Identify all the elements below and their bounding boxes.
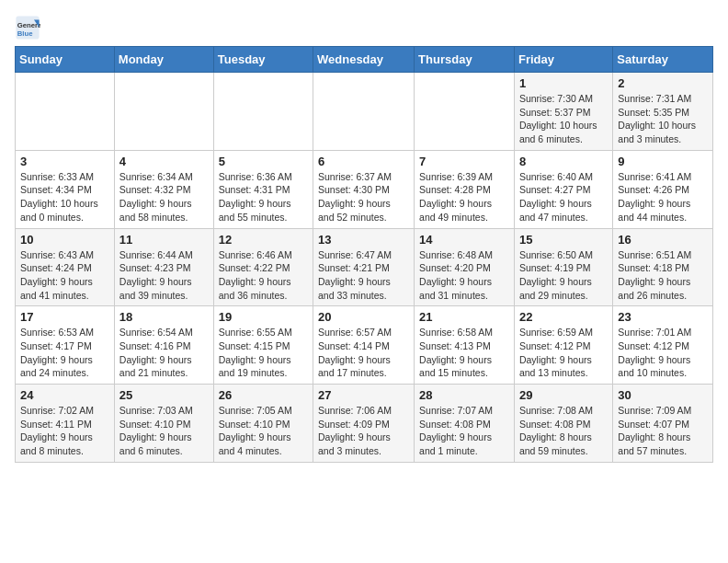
calendar-cell: 28Sunrise: 7:07 AM Sunset: 4:08 PM Dayli… xyxy=(415,385,515,463)
calendar-week-row: 17Sunrise: 6:53 AM Sunset: 4:17 PM Dayli… xyxy=(16,306,713,385)
day-info: Sunrise: 6:53 AM Sunset: 4:17 PM Dayligh… xyxy=(20,326,109,380)
day-number: 22 xyxy=(519,310,608,324)
day-info: Sunrise: 6:41 AM Sunset: 4:26 PM Dayligh… xyxy=(618,170,708,224)
calendar-cell: 15Sunrise: 6:50 AM Sunset: 4:19 PM Dayli… xyxy=(514,228,612,306)
day-info: Sunrise: 7:03 AM Sunset: 4:10 PM Dayligh… xyxy=(119,404,209,458)
calendar-cell: 7Sunrise: 6:39 AM Sunset: 4:28 PM Daylig… xyxy=(415,150,515,228)
day-info: Sunrise: 7:05 AM Sunset: 4:10 PM Dayligh… xyxy=(219,404,308,458)
calendar-week-row: 1Sunrise: 7:30 AM Sunset: 5:37 PM Daylig… xyxy=(16,73,713,151)
day-number: 11 xyxy=(119,233,209,247)
day-info: Sunrise: 6:39 AM Sunset: 4:28 PM Dayligh… xyxy=(419,170,509,224)
day-info: Sunrise: 7:06 AM Sunset: 4:09 PM Dayligh… xyxy=(318,404,409,458)
calendar-cell: 11Sunrise: 6:44 AM Sunset: 4:23 PM Dayli… xyxy=(114,228,213,306)
calendar-cell: 20Sunrise: 6:57 AM Sunset: 4:14 PM Dayli… xyxy=(313,306,415,385)
calendar-cell xyxy=(313,73,415,151)
day-info: Sunrise: 7:01 AM Sunset: 4:12 PM Dayligh… xyxy=(618,326,708,380)
calendar-cell: 4Sunrise: 6:34 AM Sunset: 4:32 PM Daylig… xyxy=(114,150,213,228)
day-number: 16 xyxy=(618,233,708,247)
day-info: Sunrise: 6:43 AM Sunset: 4:24 PM Dayligh… xyxy=(20,248,109,303)
day-info: Sunrise: 6:40 AM Sunset: 4:27 PM Dayligh… xyxy=(519,170,608,224)
day-number: 28 xyxy=(419,388,509,402)
day-number: 20 xyxy=(318,310,409,324)
logo: General Blue xyxy=(15,15,44,40)
logo-icon: General Blue xyxy=(15,15,40,40)
day-info: Sunrise: 7:02 AM Sunset: 4:11 PM Dayligh… xyxy=(20,404,109,458)
calendar-header-row: SundayMondayTuesdayWednesdayThursdayFrid… xyxy=(16,47,713,73)
day-info: Sunrise: 6:34 AM Sunset: 4:32 PM Dayligh… xyxy=(119,170,209,224)
day-info: Sunrise: 6:55 AM Sunset: 4:15 PM Dayligh… xyxy=(219,326,308,380)
calendar-cell: 17Sunrise: 6:53 AM Sunset: 4:17 PM Dayli… xyxy=(16,306,115,385)
day-info: Sunrise: 6:57 AM Sunset: 4:14 PM Dayligh… xyxy=(318,326,409,380)
calendar-cell: 1Sunrise: 7:30 AM Sunset: 5:37 PM Daylig… xyxy=(514,73,612,151)
day-number: 30 xyxy=(618,388,708,402)
weekday-header: Sunday xyxy=(16,47,115,73)
day-number: 3 xyxy=(20,155,109,168)
calendar-week-row: 10Sunrise: 6:43 AM Sunset: 4:24 PM Dayli… xyxy=(16,228,713,306)
weekday-header: Saturday xyxy=(613,47,713,73)
calendar-cell: 16Sunrise: 6:51 AM Sunset: 4:18 PM Dayli… xyxy=(613,228,713,306)
calendar-week-row: 24Sunrise: 7:02 AM Sunset: 4:11 PM Dayli… xyxy=(16,385,713,463)
day-info: Sunrise: 6:50 AM Sunset: 4:19 PM Dayligh… xyxy=(519,248,608,303)
calendar-cell xyxy=(114,73,213,151)
calendar-cell: 2Sunrise: 7:31 AM Sunset: 5:35 PM Daylig… xyxy=(613,73,713,151)
day-number: 12 xyxy=(219,233,308,247)
calendar-cell: 30Sunrise: 7:09 AM Sunset: 4:07 PM Dayli… xyxy=(613,385,713,463)
calendar-cell: 22Sunrise: 6:59 AM Sunset: 4:12 PM Dayli… xyxy=(514,306,612,385)
weekday-header: Tuesday xyxy=(213,47,313,73)
day-info: Sunrise: 7:07 AM Sunset: 4:08 PM Dayligh… xyxy=(419,404,509,458)
day-info: Sunrise: 6:37 AM Sunset: 4:30 PM Dayligh… xyxy=(318,170,409,224)
calendar-cell: 5Sunrise: 6:36 AM Sunset: 4:31 PM Daylig… xyxy=(213,150,313,228)
calendar-cell: 8Sunrise: 6:40 AM Sunset: 4:27 PM Daylig… xyxy=(514,150,612,228)
day-info: Sunrise: 6:33 AM Sunset: 4:34 PM Dayligh… xyxy=(20,170,109,224)
day-number: 13 xyxy=(318,233,409,247)
day-number: 27 xyxy=(318,388,409,402)
day-info: Sunrise: 7:08 AM Sunset: 4:08 PM Dayligh… xyxy=(519,404,608,458)
calendar-cell: 9Sunrise: 6:41 AM Sunset: 4:26 PM Daylig… xyxy=(613,150,713,228)
day-number: 9 xyxy=(618,155,708,168)
day-info: Sunrise: 7:31 AM Sunset: 5:35 PM Dayligh… xyxy=(618,92,708,146)
calendar-cell xyxy=(16,73,115,151)
day-number: 14 xyxy=(419,233,509,247)
day-number: 17 xyxy=(20,310,109,324)
weekday-header: Monday xyxy=(114,47,213,73)
day-number: 5 xyxy=(219,155,308,168)
calendar-cell: 19Sunrise: 6:55 AM Sunset: 4:15 PM Dayli… xyxy=(213,306,313,385)
day-number: 4 xyxy=(119,155,209,168)
day-number: 10 xyxy=(20,233,109,247)
weekday-header: Thursday xyxy=(415,47,515,73)
day-number: 21 xyxy=(419,310,509,324)
day-number: 8 xyxy=(519,155,608,168)
calendar-cell: 14Sunrise: 6:48 AM Sunset: 4:20 PM Dayli… xyxy=(415,228,515,306)
day-info: Sunrise: 6:59 AM Sunset: 4:12 PM Dayligh… xyxy=(519,326,608,380)
calendar-cell: 23Sunrise: 7:01 AM Sunset: 4:12 PM Dayli… xyxy=(613,306,713,385)
day-number: 26 xyxy=(219,388,308,402)
day-info: Sunrise: 7:30 AM Sunset: 5:37 PM Dayligh… xyxy=(519,92,608,146)
calendar: SundayMondayTuesdayWednesdayThursdayFrid… xyxy=(15,46,713,463)
calendar-cell: 13Sunrise: 6:47 AM Sunset: 4:21 PM Dayli… xyxy=(313,228,415,306)
day-info: Sunrise: 6:54 AM Sunset: 4:16 PM Dayligh… xyxy=(119,326,209,380)
calendar-cell: 18Sunrise: 6:54 AM Sunset: 4:16 PM Dayli… xyxy=(114,306,213,385)
calendar-week-row: 3Sunrise: 6:33 AM Sunset: 4:34 PM Daylig… xyxy=(16,150,713,228)
day-number: 25 xyxy=(119,388,209,402)
calendar-cell xyxy=(213,73,313,151)
day-info: Sunrise: 6:51 AM Sunset: 4:18 PM Dayligh… xyxy=(618,248,708,303)
day-info: Sunrise: 6:47 AM Sunset: 4:21 PM Dayligh… xyxy=(318,248,409,303)
day-info: Sunrise: 6:58 AM Sunset: 4:13 PM Dayligh… xyxy=(419,326,509,380)
calendar-cell: 27Sunrise: 7:06 AM Sunset: 4:09 PM Dayli… xyxy=(313,385,415,463)
calendar-cell xyxy=(415,73,515,151)
day-number: 7 xyxy=(419,155,509,168)
calendar-cell: 6Sunrise: 6:37 AM Sunset: 4:30 PM Daylig… xyxy=(313,150,415,228)
day-number: 24 xyxy=(20,388,109,402)
calendar-cell: 21Sunrise: 6:58 AM Sunset: 4:13 PM Dayli… xyxy=(415,306,515,385)
day-number: 29 xyxy=(519,388,608,402)
day-number: 18 xyxy=(119,310,209,324)
day-number: 6 xyxy=(318,155,409,168)
weekday-header: Friday xyxy=(514,47,612,73)
svg-text:Blue: Blue xyxy=(17,29,33,38)
calendar-cell: 29Sunrise: 7:08 AM Sunset: 4:08 PM Dayli… xyxy=(514,385,612,463)
day-info: Sunrise: 6:44 AM Sunset: 4:23 PM Dayligh… xyxy=(119,248,209,303)
calendar-cell: 12Sunrise: 6:46 AM Sunset: 4:22 PM Dayli… xyxy=(213,228,313,306)
day-info: Sunrise: 6:48 AM Sunset: 4:20 PM Dayligh… xyxy=(419,248,509,303)
calendar-cell: 10Sunrise: 6:43 AM Sunset: 4:24 PM Dayli… xyxy=(16,228,115,306)
day-number: 2 xyxy=(618,76,708,90)
